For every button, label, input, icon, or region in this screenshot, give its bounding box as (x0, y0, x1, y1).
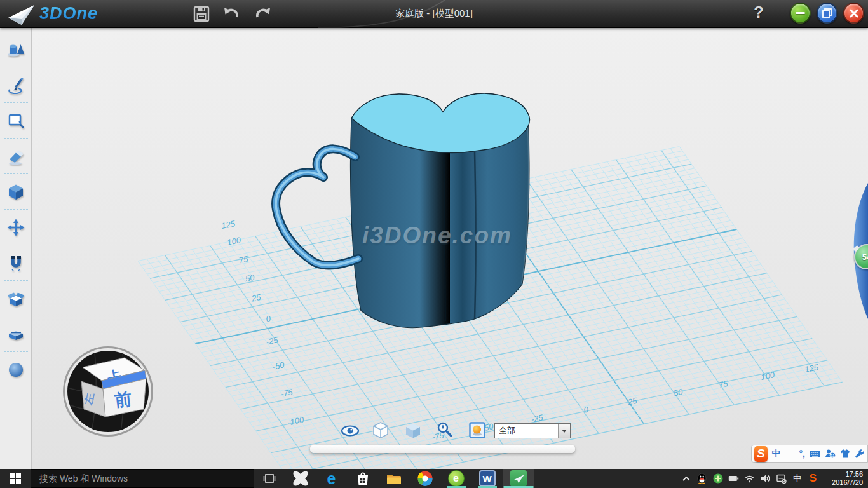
taskbar-app-speed-browser[interactable]: e (440, 469, 471, 488)
redo-button[interactable] (252, 4, 273, 24)
grid-tick-label: -25 (530, 412, 544, 424)
tray-qq-icon[interactable] (694, 469, 710, 488)
bottom-panel-handle[interactable] (310, 445, 575, 453)
tray-battery-icon[interactable] (726, 469, 742, 488)
ime-mode-chinese[interactable]: 中 (772, 448, 781, 459)
3d-viewport[interactable]: -75-50-250255075100125 1251007550250-25-… (32, 28, 868, 469)
start-button[interactable] (0, 469, 31, 488)
window-controls (790, 3, 864, 24)
taskbar-app-store[interactable] (347, 469, 378, 488)
ime-skin-shirt-icon[interactable] (840, 449, 850, 458)
sidebar-separator (4, 316, 28, 316)
sidebar-separator (4, 173, 28, 174)
titlebar-tools (191, 4, 273, 24)
cube-icon (7, 183, 25, 201)
zoom-loupe-button[interactable] (437, 421, 453, 440)
grid-tick-label: 75 (238, 254, 250, 266)
sidebar-separator (4, 138, 28, 139)
grid-tick-label: 50 (245, 273, 256, 284)
word-icon: W (479, 470, 496, 487)
taskbar-clock[interactable]: 17:56 2016/7/20 (821, 470, 868, 487)
close-icon (850, 9, 858, 18)
clock-time: 17:56 (821, 470, 863, 478)
taskbar-app-word[interactable]: W (471, 469, 503, 488)
system-tray: 中 S 17:56 2016/7/20 (678, 469, 868, 488)
grid-line (165, 255, 329, 469)
colorball-icon (417, 470, 433, 487)
paper-plane-logo-icon (6, 2, 36, 25)
view-cube-front-label[interactable]: 前 (113, 390, 133, 410)
tray-ime-indicator[interactable]: 中 (789, 469, 805, 488)
undo-button[interactable] (221, 4, 243, 24)
grid-tick-label: 125 (220, 219, 236, 231)
save-button[interactable] (191, 4, 212, 24)
render-mode-button[interactable] (469, 422, 485, 441)
sidebar-tool-special-features[interactable] (0, 283, 32, 313)
pinwheel-icon (292, 470, 309, 487)
minimize-icon (796, 12, 805, 15)
ime-punctuation-toggle[interactable]: °, (799, 449, 806, 459)
taskbar-search-input[interactable] (31, 469, 254, 488)
sidebar-tool-primitives[interactable] (0, 34, 32, 64)
sidebar-separator (4, 280, 28, 281)
sidebar-tool-solid[interactable] (0, 177, 32, 207)
sidebar-tool-sketch-draw[interactable] (0, 70, 32, 100)
ime-keyboard-icon[interactable] (810, 450, 820, 458)
ime-settings-wrench-icon[interactable] (855, 449, 864, 459)
sphere-icon (7, 361, 25, 379)
visibility-eye-button[interactable] (341, 425, 360, 439)
sidebar-tool-materials[interactable] (0, 319, 32, 349)
sogou-logo[interactable]: S (754, 446, 768, 462)
view-cube-left-label[interactable]: 左 (83, 392, 96, 407)
tray-wifi-icon[interactable] (742, 469, 757, 488)
task-view-button[interactable] (254, 469, 285, 488)
wireframe-view-button[interactable] (372, 421, 390, 442)
sogou-ime-toolbar: S 中 °, 11 (751, 445, 868, 463)
dropdown-arrow-icon[interactable] (558, 424, 570, 438)
sidebar-tool-magnet[interactable] (0, 248, 32, 278)
grid-tick-label: 25 (627, 396, 639, 407)
ime-moon-icon[interactable] (785, 449, 795, 459)
brand-name: 3DOne (39, 4, 98, 24)
minimize-button[interactable] (790, 3, 811, 24)
grid-tick-label: -25 (265, 335, 279, 346)
grid-x-axis-labels: -75-50-250255075100125 (431, 362, 819, 442)
view-cube-widget[interactable]: 上 前 左 (62, 345, 154, 438)
grid-tick-label: -100 (287, 415, 305, 428)
sidebar-separator (4, 67, 28, 67)
taskbar-app-file-explorer[interactable] (378, 469, 409, 488)
object-filter-dropdown[interactable]: 全部 (494, 423, 571, 438)
folder-icon (386, 471, 402, 485)
close-button[interactable] (843, 3, 864, 24)
sidebar-tool-move[interactable] (0, 212, 32, 242)
titlebar: 3DOne (0, 0, 868, 28)
windows-taskbar: e (0, 469, 868, 488)
taskbar-app-360-browser[interactable] (409, 469, 440, 488)
taskbar-app-edge[interactable]: e (316, 469, 347, 488)
tray-action-center-icon[interactable] (773, 469, 789, 488)
sidebar-separator (4, 102, 28, 103)
help-button[interactable]: ? (749, 3, 769, 24)
taskbar-app-3done[interactable] (503, 469, 534, 488)
tray-speaker-icon[interactable] (757, 469, 773, 488)
window-title: 家庭版 - [模型001] (307, 8, 561, 20)
sidebar-tool-sphere[interactable] (0, 355, 32, 384)
edge-icon: e (327, 470, 336, 488)
sidebar-tool-eraser[interactable] (0, 141, 32, 171)
grid-tick-label: -50 (271, 360, 285, 371)
model-heart-mug[interactable] (276, 93, 529, 328)
eye-icon (341, 425, 360, 437)
shaded-view-button[interactable] (404, 423, 422, 442)
primitives-icon (7, 41, 25, 58)
tray-sogou-icon[interactable]: S (805, 469, 821, 488)
tray-360-icon[interactable] (710, 469, 726, 488)
tray-chevron-up-icon[interactable] (678, 469, 694, 488)
clock-date: 2016/7/20 (821, 478, 863, 487)
taskbar-app-360-safe[interactable] (285, 469, 316, 488)
ime-account-badge: 11 (831, 453, 835, 458)
ime-account-icon[interactable]: 11 (825, 449, 836, 459)
restore-button[interactable] (817, 3, 837, 24)
object-filter-value: 全部 (495, 425, 558, 437)
sidebar-tool-sketch-plane[interactable] (0, 105, 32, 135)
shaded-cube-icon (404, 423, 422, 439)
